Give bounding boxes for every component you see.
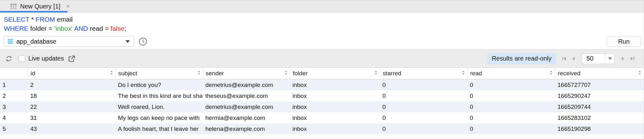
cell-received[interactable]: 1665283102 [555, 112, 644, 123]
query-tool-window: New Query [1] × SELECT * FROM emailWHERE… [0, 0, 644, 139]
cell-sender[interactable]: theseus@example.com [203, 90, 290, 101]
open-in-new-window-icon[interactable] [68, 55, 76, 63]
pagination: 50 [561, 53, 636, 64]
chevron-down-icon [125, 40, 130, 43]
sql-text: folder = [28, 25, 54, 32]
live-updates-label: Live updates [28, 55, 64, 62]
table-grid-icon [10, 3, 17, 9]
sort-icon[interactable] [110, 70, 113, 77]
cell-id[interactable]: 18 [28, 90, 115, 101]
header-id[interactable]: id [28, 68, 115, 79]
cell-starred[interactable]: 0 [380, 101, 467, 112]
cell-id[interactable]: 2 [28, 79, 115, 90]
cell-read[interactable]: 0 [467, 79, 555, 90]
header-rownum [0, 68, 28, 79]
sql-text: read = [90, 25, 111, 32]
sql-code[interactable]: SELECT * FROM emailWHERE folder = 'inbox… [0, 13, 644, 34]
cell-subject[interactable]: Well roared, Lion. [115, 101, 203, 112]
sql-keyword: AND [73, 25, 90, 32]
table-row[interactable]: 4 31 My legs can keep no pace with hermi… [0, 112, 644, 123]
last-page-button[interactable] [629, 56, 636, 62]
cell-sender[interactable]: hermia@example.com [203, 112, 290, 123]
cell-starred[interactable]: 0 [380, 79, 467, 90]
cell-subject[interactable]: A foolish heart, that I leave her [115, 123, 203, 134]
active-tab-underline [0, 11, 68, 13]
live-updates-checkbox[interactable] [19, 55, 25, 62]
cell-id[interactable]: 22 [28, 101, 115, 112]
tab-new-query[interactable]: New Query [1] × [0, 0, 68, 12]
cell-folder[interactable]: inbox [290, 123, 380, 134]
cell-read[interactable]: 0 [467, 112, 555, 123]
cell-received[interactable]: 1665190298 [555, 123, 644, 134]
header-starred[interactable]: starred [380, 68, 467, 79]
cell-starred[interactable]: 0 [380, 90, 467, 101]
cell-sender[interactable]: demetrius@example.com [203, 79, 290, 90]
row-number: 1 [0, 79, 28, 90]
cell-sender[interactable]: demetrius@example.com [203, 101, 290, 112]
cell-starred[interactable]: 0 [380, 112, 467, 123]
readonly-badge: Results are read-only [487, 53, 556, 64]
cell-subject[interactable]: The best in this kind are but sha [115, 90, 203, 101]
cell-id[interactable]: 31 [28, 112, 115, 123]
sql-keyword: FROM [36, 16, 55, 23]
cell-folder[interactable]: inbox [290, 79, 380, 90]
cell-received[interactable]: 1665727707 [555, 79, 644, 90]
tab-title: New Query [1] [20, 3, 60, 10]
cell-subject[interactable]: My legs can keep no pace with [115, 112, 203, 123]
row-number: 3 [0, 101, 28, 112]
sort-icon[interactable] [462, 70, 465, 77]
sort-icon[interactable] [197, 70, 201, 77]
table-row[interactable]: 3 22 Well roared, Lion. demetrius@exampl… [0, 101, 644, 112]
query-history-button[interactable] [138, 37, 147, 46]
header-folder[interactable]: folder [290, 68, 380, 79]
row-number: 5 [0, 123, 28, 134]
header-sender[interactable]: sender [203, 68, 290, 79]
chevron-down-icon [605, 54, 614, 64]
run-button[interactable]: Run [607, 36, 641, 47]
sql-literal: false [111, 25, 125, 32]
header-subject[interactable]: subject [115, 68, 203, 79]
cell-starred[interactable]: 0 [380, 123, 467, 134]
database-select[interactable]: app_database [4, 36, 134, 47]
results-grid: id subject sender folder starred read re… [0, 68, 644, 134]
next-page-button[interactable] [620, 56, 626, 62]
sort-icon[interactable] [374, 70, 378, 77]
row-number: 2 [0, 90, 28, 101]
cell-read[interactable]: 0 [467, 101, 555, 112]
cell-subject[interactable]: Do I entice you? [115, 79, 203, 90]
tab-bar: New Query [1] × [0, 0, 644, 13]
row-number: 4 [0, 112, 28, 123]
cell-folder[interactable]: inbox [290, 101, 380, 112]
cell-folder[interactable]: inbox [290, 90, 380, 101]
connection-row: app_database Run [4, 36, 641, 47]
sort-icon[interactable] [284, 70, 288, 77]
page-size-value: 50 [582, 55, 605, 62]
database-icon [7, 38, 14, 45]
cell-received[interactable]: 1665209744 [555, 101, 644, 112]
page-size-select[interactable]: 50 [582, 53, 615, 64]
sort-icon[interactable] [549, 70, 553, 77]
cell-sender[interactable]: helena@example.com [203, 123, 290, 134]
table-row[interactable]: 2 18 The best in this kind are but sha t… [0, 90, 644, 101]
sort-icon[interactable] [638, 70, 641, 77]
table-row[interactable]: 1 2 Do I entice you? demetrius@example.c… [0, 79, 644, 90]
tab-close-icon[interactable]: × [66, 3, 70, 10]
cell-read[interactable]: 0 [467, 90, 555, 101]
header-read[interactable]: read [467, 68, 555, 79]
cell-read[interactable]: 0 [467, 123, 555, 134]
previous-page-button[interactable] [570, 56, 577, 62]
refresh-icon[interactable] [5, 55, 13, 62]
first-page-button[interactable] [561, 56, 567, 62]
sql-keyword: WHERE [4, 25, 28, 32]
database-name: app_database [16, 38, 123, 45]
cell-received[interactable]: 1665290247 [555, 90, 644, 101]
sql-line-2: WHERE folder = 'inbox' AND read = false; [4, 24, 640, 33]
sql-text: * [29, 16, 36, 23]
cell-id[interactable]: 43 [28, 123, 115, 134]
sql-editor[interactable]: SELECT * FROM emailWHERE folder = 'inbox… [0, 13, 644, 50]
table-row[interactable]: 5 43 A foolish heart, that I leave her h… [0, 123, 644, 134]
header-received[interactable]: received [555, 68, 644, 79]
cell-folder[interactable]: inbox [290, 112, 380, 123]
sql-text: email [55, 16, 73, 23]
results-toolbar: Live updates Results are read-only 50 [0, 50, 644, 68]
